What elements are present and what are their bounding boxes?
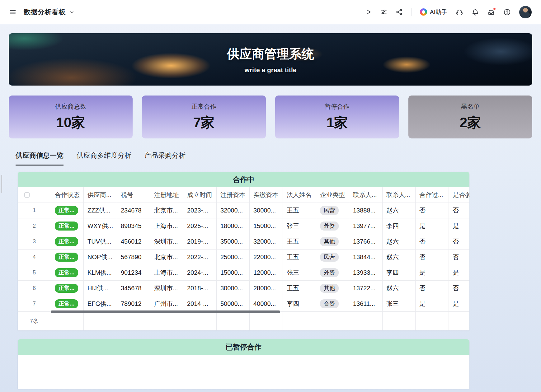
cell-joined: 否 <box>449 281 469 296</box>
ai-assistant-button[interactable]: AI助手 <box>420 8 447 16</box>
stat-cards: 供应商总数10家正常合作7家暂停合作1家黑名单2家 <box>9 96 532 138</box>
row-number: 3 <box>18 234 51 249</box>
status-badge: 正常... <box>55 237 78 246</box>
table-body: 1正常...ZZZ供...234678北京市...2023-...32000..… <box>18 203 469 312</box>
footer-cell <box>83 312 117 330</box>
cell-contact: 李四 <box>382 265 415 280</box>
cell-paid_capital: 40000... <box>249 296 283 311</box>
cell-contact: 赵六 <box>382 234 415 249</box>
status-cell: 正常... <box>51 203 83 218</box>
present-icon[interactable] <box>365 8 372 16</box>
select-all-checkbox[interactable] <box>24 192 30 198</box>
status-badge: 正常... <box>55 268 78 278</box>
cell-founded: 2022-... <box>183 250 216 265</box>
table-row[interactable]: 4正常...NOP供...567890北京市...2022-...25000..… <box>18 250 469 265</box>
type-badge: 合资 <box>320 299 339 309</box>
cell-tax: 567890 <box>117 250 150 265</box>
cell-founded: 2025-... <box>183 218 216 234</box>
tab-3[interactable]: 产品采购分析 <box>144 151 186 166</box>
type-badge: 其他 <box>320 284 339 293</box>
inbox-icon[interactable] <box>487 8 495 16</box>
column-header[interactable]: 合作过... <box>415 187 449 203</box>
column-header[interactable]: 税号 <box>117 187 150 203</box>
cell-contact: 李四 <box>382 218 415 234</box>
column-header[interactable]: 联系人... <box>349 187 382 203</box>
notification-dot <box>493 7 496 10</box>
table-row[interactable]: 6正常...HIJ供...345678深圳市...2018-...30000..… <box>18 281 469 296</box>
table-row[interactable]: 1正常...ZZZ供...234678北京市...2023-...32000..… <box>18 203 469 218</box>
row-number: 4 <box>18 250 51 265</box>
cell-paid_capital: 15000... <box>249 218 283 234</box>
cooperating-table-card: 合作中 合作状态供应商...税号注册地址成立时间注册资本实缴资本法人姓名企业类型… <box>18 172 469 330</box>
cell-tax: 456012 <box>117 234 150 249</box>
table-row[interactable]: 7正常...EFG供...789012广州市...2014-...50000..… <box>18 296 469 312</box>
status-badge: 正常... <box>55 299 78 309</box>
cell-contact: 赵六 <box>382 203 415 218</box>
column-header[interactable]: 联系人... <box>382 187 415 203</box>
stat-card-2: 正常合作7家 <box>142 96 266 138</box>
cell-coop: 否 <box>415 281 449 296</box>
cell-reg_capital: 30000... <box>216 281 249 296</box>
status-cell: 正常... <box>51 265 83 280</box>
column-header[interactable]: 法人姓名 <box>283 187 316 203</box>
cell-coop: 是 <box>415 218 449 234</box>
cell-paid_capital: 12000... <box>249 265 283 280</box>
tab-1[interactable]: 供应商信息一览 <box>16 151 64 166</box>
cell-tax: 901234 <box>117 265 150 280</box>
cell-tax: 890345 <box>117 218 150 234</box>
cell-address: 北京市... <box>150 203 183 218</box>
cell-founded: 2023-... <box>183 203 216 218</box>
help-icon[interactable] <box>503 8 511 16</box>
cell-reg_capital: 18000... <box>216 218 249 234</box>
tab-bar: 供应商信息一览供应商多维度分析产品采购分析 <box>16 151 532 166</box>
share-icon[interactable] <box>396 8 403 16</box>
stat-label: 暂停合作 <box>325 102 350 111</box>
table-row[interactable]: 3正常...TUV供...456012深圳市...2019-...35000..… <box>18 234 469 250</box>
tab-2[interactable]: 供应商多维度分析 <box>77 151 131 166</box>
column-header[interactable]: 是否参 <box>449 187 469 203</box>
menu-icon[interactable] <box>9 9 16 16</box>
cell-paid_capital: 30000... <box>249 203 283 218</box>
settings-sliders-icon[interactable] <box>380 8 387 16</box>
table-row[interactable]: 5正常...KLM供...901234上海市...2024-...15000..… <box>18 265 469 281</box>
stat-label: 黑名单 <box>461 102 480 111</box>
type-cell: 民营 <box>316 203 349 218</box>
cell-joined: 是 <box>449 218 469 234</box>
cell-supplier: WXY供... <box>83 218 117 234</box>
horizontal-scrollbar[interactable] <box>51 310 280 313</box>
table-row[interactable]: 2正常...WXY供...890345上海市...2025-...18000..… <box>18 218 469 234</box>
status-cell: 正常... <box>51 234 83 249</box>
footer-cell <box>117 312 150 330</box>
cell-founded: 2019-... <box>183 234 216 249</box>
cell-tax: 345678 <box>117 281 150 296</box>
column-header[interactable]: 实缴资本 <box>249 187 283 203</box>
chevron-down-icon[interactable] <box>69 10 74 15</box>
row-number: 7 <box>18 296 51 311</box>
paused-table-card: 已暂停合作 <box>18 339 469 389</box>
column-header[interactable]: 成立时间 <box>183 187 216 203</box>
headset-support-icon[interactable] <box>456 8 463 16</box>
user-avatar[interactable] <box>519 6 532 18</box>
footer-cell <box>249 312 283 330</box>
column-header[interactable]: 注册资本 <box>216 187 249 203</box>
cell-phone: 13933... <box>349 265 382 280</box>
cell-supplier: TUV供... <box>83 234 117 249</box>
cell-supplier: KLM供... <box>83 265 117 280</box>
notification-bell-icon[interactable] <box>472 8 479 16</box>
cell-reg_capital: 32000... <box>216 203 249 218</box>
type-cell: 其他 <box>316 234 349 249</box>
column-header[interactable]: 企业类型 <box>316 187 349 203</box>
vertical-scrollbar[interactable] <box>1 175 2 193</box>
row-number: 2 <box>18 218 51 234</box>
footer-cell <box>150 312 183 330</box>
stat-value: 1家 <box>327 114 348 132</box>
cell-address: 深圳市... <box>150 234 183 249</box>
cell-coop: 否 <box>415 203 449 218</box>
column-header[interactable]: 注册地址 <box>150 187 183 203</box>
type-cell: 合资 <box>316 296 349 311</box>
column-header[interactable]: 合作状态 <box>51 187 83 203</box>
cell-legal: 王五 <box>283 281 316 296</box>
stat-card-4: 黑名单2家 <box>408 96 532 138</box>
row-number: 5 <box>18 265 51 280</box>
column-header[interactable]: 供应商... <box>83 187 117 203</box>
